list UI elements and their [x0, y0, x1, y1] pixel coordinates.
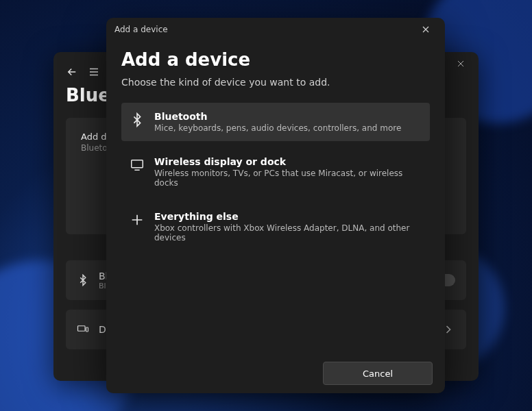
dialog-footer: Cancel [106, 353, 445, 393]
dialog-subheading: Choose the kind of device you want to ad… [121, 77, 430, 88]
plus-icon [130, 212, 145, 227]
display-icon [130, 158, 145, 173]
svg-rect-1 [78, 326, 86, 332]
option-bluetooth[interactable]: Bluetooth Mice, keyboards, pens, audio d… [121, 103, 430, 141]
option-title: Everything else [154, 211, 422, 222]
dialog-titlebar-text: Add a device [114, 25, 168, 34]
bluetooth-icon [77, 274, 89, 286]
svg-rect-2 [86, 327, 88, 332]
option-desc: Mice, keyboards, pens, audio devices, co… [154, 123, 401, 133]
device-kind-list: Bluetooth Mice, keyboards, pens, audio d… [121, 103, 430, 251]
window-close-button[interactable] [446, 53, 476, 74]
option-title: Wireless display or dock [154, 156, 422, 167]
option-desc: Wireless monitors, TVs, or PCs that use … [154, 169, 422, 188]
svg-rect-3 [132, 160, 143, 168]
bluetooth-icon [130, 112, 145, 127]
option-title: Bluetooth [154, 111, 401, 122]
option-wireless-display[interactable]: Wireless display or dock Wireless monito… [121, 148, 430, 196]
option-desc: Xbox controllers with Xbox Wireless Adap… [154, 223, 422, 242]
cancel-button[interactable]: Cancel [323, 362, 433, 385]
cancel-button-label: Cancel [363, 369, 393, 379]
menu-icon[interactable] [88, 66, 100, 78]
add-device-dialog: Add a device Add a device Choose the kin… [106, 18, 445, 393]
devices-icon [77, 323, 89, 336]
dialog-heading: Add a device [121, 49, 430, 70]
back-icon[interactable] [66, 66, 78, 78]
dialog-titlebar: Add a device [106, 18, 445, 41]
dialog-close-button[interactable] [413, 19, 438, 40]
option-everything-else[interactable]: Everything else Xbox controllers with Xb… [121, 203, 430, 251]
